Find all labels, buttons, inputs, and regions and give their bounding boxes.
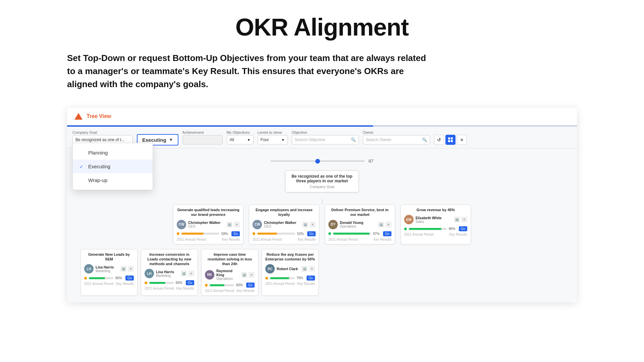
progress-bar-fill — [270, 277, 289, 279]
okr-card-person: DY Donald Young Operations 🏢 ≡ — [328, 220, 391, 229]
progress-row: 79% Go — [265, 276, 315, 281]
card-icons: 🏢 ≡ — [120, 266, 134, 272]
okr-card-title: Increase conversion in Leads contacting … — [145, 252, 194, 266]
search-icon[interactable]: 🔍 — [351, 137, 356, 142]
go-button[interactable]: Go — [125, 276, 134, 281]
objective-placeholder: Search Objective — [295, 137, 350, 142]
dropdown-item-wrapup[interactable]: Wrap-up — [73, 173, 153, 187]
key-results-label: Key Results — [116, 282, 134, 286]
chevron-down-icon: ▼ — [169, 137, 173, 142]
card-icons: 🏢 ≡ — [302, 266, 315, 272]
okr-card-title: Reduce the avg #cases per Enterprise cus… — [265, 252, 315, 262]
period-label: 2021 Annual Period — [145, 287, 174, 290]
objective-search[interactable]: Search Objective 🔍 — [292, 135, 359, 144]
go-button[interactable]: Go — [383, 231, 391, 236]
levels-chevron-icon: ▼ — [281, 138, 285, 142]
dropdown-item-planning[interactable]: Planning — [73, 146, 153, 160]
okr-card-title: Improve case time resolution solving in … — [205, 252, 255, 266]
period-label: 2021 Annual Period — [205, 289, 234, 293]
list-icon: ≡ — [385, 222, 391, 228]
key-results-label: Key Results — [374, 238, 391, 241]
person-dept: Marketing — [96, 269, 118, 273]
go-button[interactable]: Go — [246, 283, 255, 288]
progress-dot — [205, 284, 208, 287]
progress-dot — [177, 232, 179, 235]
key-results-label: Key Results — [222, 238, 240, 241]
progress-row: 59% Go — [177, 231, 240, 236]
progress-bar-container — [409, 228, 447, 230]
person-dept: Operations — [216, 277, 239, 281]
progress-pct: 97% — [373, 232, 381, 236]
card-footer: 2021 Annual Period Key Results — [404, 233, 467, 236]
svg-rect-4 — [451, 140, 453, 142]
progress-dot — [265, 277, 268, 280]
go-button[interactable]: Go — [307, 276, 315, 281]
avatar: LH — [145, 269, 154, 278]
okr-card: Generate qualified leads increasing our … — [173, 204, 244, 244]
okr-card-title: Generate qualified leads increasing our … — [177, 207, 240, 217]
progress-bar-fill — [181, 233, 204, 235]
list-view-button[interactable]: ≡ — [457, 135, 467, 145]
key-results-label: Key Results — [298, 238, 316, 241]
svg-marker-0 — [74, 113, 83, 120]
person-info: Raymond King Operations — [216, 269, 239, 281]
okr-card-person: LH Lisa Harris Marketing 🏢 ≡ — [84, 264, 134, 274]
card-icons: 🏢 ≡ — [302, 222, 316, 228]
person-dept: Marketing — [156, 274, 179, 278]
objective-label: Objective — [292, 130, 359, 134]
my-objectives-select[interactable]: All ▼ — [227, 135, 254, 144]
owner-search-icon[interactable]: 🔍 — [422, 137, 427, 142]
levels-select[interactable]: Four ▼ — [258, 135, 288, 144]
dropdown-label-planning: Planning — [88, 150, 108, 156]
okr-card-title: Generate New Leads by SEM — [84, 252, 134, 262]
tree-view-button[interactable] — [445, 135, 455, 145]
go-button[interactable]: Go — [186, 280, 194, 285]
go-button[interactable]: Go — [459, 226, 467, 231]
dropdown-item-executing[interactable]: ✓ Executing — [73, 160, 153, 173]
person-name: Lisa Harris — [156, 270, 179, 274]
list-icon: ≡ — [128, 266, 134, 272]
list-icon: ≡ — [249, 272, 255, 278]
list-icon: ≡ — [234, 222, 240, 228]
building-icon: 🏢 — [181, 270, 187, 277]
building-icon: 🏢 — [241, 272, 247, 278]
progress-dot — [328, 232, 331, 235]
okr-card: Engage employees and increase loyalty CW… — [249, 204, 319, 244]
avatar: CW — [253, 220, 262, 229]
owner-group: Owner Search Owner 🔍 — [363, 130, 430, 144]
period-label: 2021 Annual Period — [328, 238, 358, 241]
company-goal-group: Company Goal — [72, 130, 133, 144]
list-icon: ≡ — [188, 270, 194, 277]
okr-card: Reduce the avg #cases per Enterprise cus… — [262, 249, 319, 296]
list-icon: ≡ — [461, 217, 467, 223]
app-window: Tree View Company Goal Executing ▼ Achie… — [67, 108, 577, 302]
person-info: Christopher Walker CEO — [188, 221, 224, 228]
check-icon-executing: ✓ — [79, 164, 85, 169]
card-footer: 2021 Annual Period Key Results — [145, 287, 194, 290]
progress-bar-fill — [149, 282, 165, 284]
progress-row: 97% Go — [328, 231, 391, 236]
okr-cards-row: Generate qualified leads increasing our … — [74, 204, 570, 244]
period-label: 2021 Annual Period — [404, 233, 433, 236]
progress-bar-fill — [333, 233, 370, 235]
go-button[interactable]: Go — [231, 231, 240, 236]
toolbar: Company Goal Executing ▼ Achievement My … — [67, 127, 577, 148]
okr-card-person: EW Elizabeth White Sales 🏢 ≡ — [404, 215, 467, 224]
progress-pct: 79% — [297, 276, 305, 280]
progress-row: 86% Go — [404, 226, 467, 231]
person-name: Donald Young — [340, 221, 376, 225]
progress-bar-container — [181, 233, 219, 235]
objective-group: Objective Search Objective 🔍 — [292, 130, 359, 144]
refresh-button[interactable]: ↺ — [434, 135, 444, 145]
progress-bar-container — [149, 282, 174, 284]
progress-pct: 66% — [115, 276, 123, 280]
progress-pct: 86% — [449, 227, 457, 231]
key-results-label: Key Results — [237, 289, 255, 293]
score-dot — [315, 159, 320, 164]
okr-card: Grow revenue by 45% EW Elizabeth White S… — [400, 204, 471, 244]
card-footer: 2021 Annual Period Key Results — [205, 289, 255, 293]
owner-search[interactable]: Search Owner 🔍 — [363, 135, 430, 144]
card-footer: 2021 Annual Period Key Results — [328, 238, 391, 241]
progress-bar-fill — [210, 284, 224, 286]
go-button[interactable]: Go — [307, 231, 316, 236]
